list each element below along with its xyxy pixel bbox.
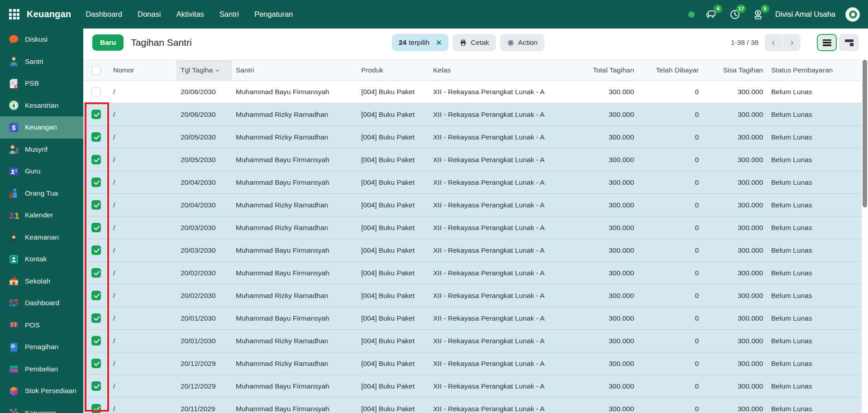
cell-sisa-tagihan[interactable]: 300.000	[703, 239, 767, 261]
table-row[interactable]: / 20/05/2030 Muhammad Rizky Ramadhan [00…	[83, 126, 862, 149]
cell-produk[interactable]: [004] Buku Paket	[357, 307, 429, 329]
cell-tgl-tagihan[interactable]: 20/06/2030	[176, 103, 232, 125]
cell-telah-dibayar[interactable]: 0	[638, 330, 703, 352]
column-header-telah-dibayar[interactable]: Telah Dibayar	[638, 60, 703, 80]
cell-kelas[interactable]: XII - Rekayasa Perangkat Lunak - A	[429, 149, 561, 171]
menu-item[interactable]: Dashboard	[86, 10, 122, 19]
cell-telah-dibayar[interactable]: 0	[638, 81, 703, 103]
table-row[interactable]: / 20/02/2030 Muhammad Rizky Ramadhan [00…	[83, 284, 862, 307]
cell-produk[interactable]: [004] Buku Paket	[357, 194, 429, 216]
cell-total-tagihan[interactable]: 300.000	[561, 216, 638, 239]
menu-item[interactable]: Pengaturan	[254, 10, 293, 19]
cell-nomor[interactable]: /	[109, 216, 176, 239]
table-row[interactable]: / 20/03/2030 Muhammad Rizky Ramadhan [00…	[83, 216, 862, 239]
cell-santri[interactable]: Muhammad Rizky Ramadhan	[232, 126, 357, 148]
cell-telah-dibayar[interactable]: 0	[638, 126, 703, 148]
cell-total-tagihan[interactable]: 300.000	[561, 262, 638, 284]
table-row[interactable]: / 20/12/2029 Muhammad Bayu Firmansyah [0…	[83, 375, 862, 398]
row-checkbox[interactable]	[91, 404, 101, 413]
sidebar-item-karyawan[interactable]: Karyawan	[0, 402, 83, 413]
cell-nomor[interactable]: /	[109, 307, 176, 329]
row-checkbox-cell[interactable]	[83, 352, 109, 375]
cell-produk[interactable]: [004] Buku Paket	[357, 216, 429, 239]
cell-tgl-tagihan[interactable]: 20/06/2030	[176, 81, 232, 103]
cell-kelas[interactable]: XII - Rekayasa Perangkat Lunak - A	[429, 262, 561, 284]
row-checkbox-cell[interactable]	[83, 330, 109, 352]
column-header-status-pembayaran[interactable]: Status Pembayaran	[767, 60, 862, 80]
new-button[interactable]: Baru	[92, 34, 124, 51]
cell-santri[interactable]: Muhammad Bayu Firmansyah	[232, 81, 357, 103]
company-name[interactable]: Divisi Amal Usaha	[775, 10, 835, 19]
cell-total-tagihan[interactable]: 300.000	[561, 194, 638, 216]
print-button[interactable]: Cetak	[453, 34, 496, 51]
column-header-sisa-tagihan[interactable]: Sisa Tagihan	[703, 60, 767, 80]
table-row[interactable]: / 20/02/2030 Muhammad Bayu Firmansyah [0…	[83, 262, 862, 284]
cell-kelas[interactable]: XII - Rekayasa Perangkat Lunak - A	[429, 216, 561, 239]
cell-santri[interactable]: Muhammad Rizky Ramadhan	[232, 103, 357, 125]
menu-item[interactable]: Donasi	[138, 10, 161, 19]
cell-kelas[interactable]: XII - Rekayasa Perangkat Lunak - A	[429, 398, 561, 413]
sidebar-item-psb[interactable]: PSB	[0, 72, 83, 95]
cell-tgl-tagihan[interactable]: 20/12/2029	[176, 375, 232, 397]
sidebar-item-stok-persediaan[interactable]: Stok Persediaan	[0, 380, 83, 402]
scrollbar-thumb[interactable]	[863, 60, 867, 207]
cell-produk[interactable]: [004] Buku Paket	[357, 81, 429, 103]
cell-santri[interactable]: Muhammad Rizky Ramadhan	[232, 194, 357, 216]
cell-nomor[interactable]: /	[109, 262, 176, 284]
sidebar-item-orang-tua[interactable]: Orang Tua	[0, 182, 83, 205]
table-row[interactable]: / 20/11/2029 Muhammad Bayu Firmansyah [0…	[83, 398, 862, 413]
row-checkbox-cell[interactable]	[83, 239, 109, 261]
cell-sisa-tagihan[interactable]: 300.000	[703, 352, 767, 375]
cell-kelas[interactable]: XII - Rekayasa Perangkat Lunak - A	[429, 307, 561, 329]
row-checkbox-cell[interactable]	[83, 149, 109, 171]
sidebar-item-musyrif[interactable]: Musyrif	[0, 139, 83, 161]
cell-santri[interactable]: Muhammad Rizky Ramadhan	[232, 352, 357, 375]
cell-telah-dibayar[interactable]: 0	[638, 398, 703, 413]
payments-icon[interactable]: $ 5	[752, 8, 765, 21]
cell-telah-dibayar[interactable]: 0	[638, 284, 703, 307]
sidebar-item-sekolah[interactable]: Sekolah	[0, 270, 83, 293]
cell-sisa-tagihan[interactable]: 300.000	[703, 330, 767, 352]
cell-produk[interactable]: [004] Buku Paket	[357, 126, 429, 148]
cell-nomor[interactable]: /	[109, 330, 176, 352]
row-checkbox[interactable]	[91, 132, 101, 142]
cell-status-pembayaran[interactable]: Belum Lunas	[767, 126, 862, 148]
cell-status-pembayaran[interactable]: Belum Lunas	[767, 352, 862, 375]
cell-produk[interactable]: [004] Buku Paket	[357, 375, 429, 397]
row-checkbox[interactable]	[91, 268, 101, 278]
cell-telah-dibayar[interactable]: 0	[638, 239, 703, 261]
cell-nomor[interactable]: /	[109, 103, 176, 125]
cell-total-tagihan[interactable]: 300.000	[561, 126, 638, 148]
row-checkbox-cell[interactable]	[83, 194, 109, 216]
cell-sisa-tagihan[interactable]: 300.000	[703, 307, 767, 329]
current-app-name[interactable]: Keuangan	[27, 9, 71, 19]
cell-nomor[interactable]: /	[109, 398, 176, 413]
cell-telah-dibayar[interactable]: 0	[638, 375, 703, 397]
row-checkbox-cell[interactable]	[83, 216, 109, 239]
sidebar-item-pos[interactable]: POS	[0, 314, 83, 336]
cell-sisa-tagihan[interactable]: 300.000	[703, 171, 767, 193]
cell-total-tagihan[interactable]: 300.000	[561, 149, 638, 171]
user-avatar[interactable]	[845, 7, 860, 22]
cell-total-tagihan[interactable]: 300.000	[561, 352, 638, 375]
cell-sisa-tagihan[interactable]: 300.000	[703, 398, 767, 413]
cell-nomor[interactable]: /	[109, 194, 176, 216]
cell-status-pembayaran[interactable]: Belum Lunas	[767, 375, 862, 397]
cell-tgl-tagihan[interactable]: 20/02/2030	[176, 262, 232, 284]
cell-tgl-tagihan[interactable]: 20/05/2030	[176, 149, 232, 171]
cell-nomor[interactable]: /	[109, 81, 176, 103]
cell-sisa-tagihan[interactable]: 300.000	[703, 262, 767, 284]
cell-nomor[interactable]: /	[109, 375, 176, 397]
cell-kelas[interactable]: XII - Rekayasa Perangkat Lunak - A	[429, 81, 561, 103]
cell-total-tagihan[interactable]: 300.000	[561, 103, 638, 125]
cell-total-tagihan[interactable]: 300.000	[561, 375, 638, 397]
cell-kelas[interactable]: XII - Rekayasa Perangkat Lunak - A	[429, 103, 561, 125]
column-header-kelas[interactable]: Kelas	[429, 60, 561, 80]
row-checkbox[interactable]	[91, 155, 101, 164]
row-checkbox[interactable]	[91, 110, 101, 119]
cell-tgl-tagihan[interactable]: 20/11/2029	[176, 398, 232, 413]
sidebar-item-keuangan[interactable]: $ Keuangan	[0, 116, 83, 139]
cell-telah-dibayar[interactable]: 0	[638, 171, 703, 193]
column-header-produk[interactable]: Produk	[357, 60, 429, 80]
row-checkbox[interactable]	[91, 359, 101, 368]
